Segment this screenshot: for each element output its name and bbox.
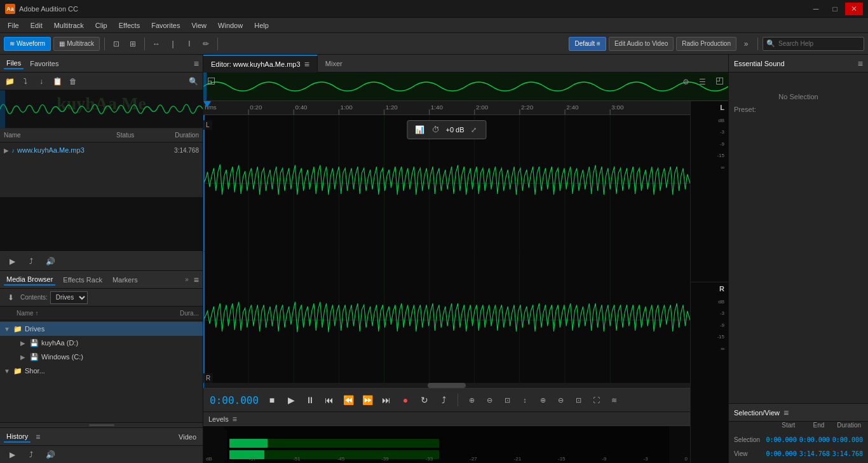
expand-panel-icon[interactable]: » <box>185 276 189 283</box>
editor-tab-menu[interactable]: ≡ <box>304 59 309 69</box>
minimize-button[interactable]: ─ <box>807 3 825 15</box>
zoom-fit-icon[interactable]: ⊡ <box>500 393 514 407</box>
tab-files[interactable]: Files <box>4 58 24 69</box>
media-menu-icon[interactable]: ≡ <box>194 275 199 285</box>
waveform-bars-icon[interactable]: 📊 <box>412 123 426 137</box>
history-play-icon[interactable]: ▶ <box>5 448 19 462</box>
history-controls: ▶ ⤴ 🔊 <box>0 445 203 463</box>
tab-mixer[interactable]: Mixer <box>318 55 350 73</box>
multitrack-button[interactable]: ▦ Multitrack <box>53 37 100 51</box>
import-icon[interactable]: ⤵ <box>18 74 32 88</box>
tool-cursor[interactable]: I <box>182 37 196 51</box>
sel-start-value[interactable]: 0:00.000 <box>766 436 796 443</box>
menu-window[interactable]: Window <box>213 20 248 31</box>
tree-shortcuts[interactable]: ▼ 📁 Shor... <box>0 364 203 378</box>
history-menu-icon[interactable]: ≡ <box>36 432 40 441</box>
metadata-icon[interactable]: 📋 <box>50 74 64 88</box>
close-button[interactable]: ✕ <box>845 3 863 15</box>
zoom-full-icon[interactable]: ⛶ <box>589 393 603 407</box>
h-scrollbar[interactable] <box>203 383 690 388</box>
tree-drives-root[interactable]: ▼ 📁 Drives <box>0 322 203 336</box>
sel-duration-value[interactable]: 0:00.000 <box>832 436 863 443</box>
more-workspaces-button[interactable]: » <box>739 37 753 51</box>
record-button[interactable]: ● <box>398 392 413 408</box>
levels-menu-icon[interactable]: ≡ <box>233 415 237 424</box>
loop-button[interactable]: ↻ <box>417 392 432 408</box>
tool-select[interactable]: | <box>166 37 180 51</box>
editor-tab-file[interactable]: Editor: www.kuyhAa.Me.mp3 ≡ <box>203 55 318 73</box>
menu-effects[interactable]: Effects <box>114 20 145 31</box>
tab-video[interactable]: Video <box>176 432 199 442</box>
waveform-expand-icon[interactable]: ⤢ <box>467 123 481 137</box>
waveform-button[interactable]: ≋ Waveform <box>4 37 51 51</box>
media-download-icon[interactable]: ⬇ <box>4 291 18 305</box>
resize-handle[interactable] <box>0 422 203 427</box>
zoom-out-time-icon[interactable]: ⊖ <box>482 393 496 407</box>
maximize-button[interactable]: □ <box>826 3 844 15</box>
rewind-start-button[interactable]: ⏮ <box>322 392 337 408</box>
menu-view[interactable]: View <box>186 20 212 31</box>
menu-edit[interactable]: Edit <box>25 20 48 31</box>
tool-pencil[interactable]: ✏ <box>199 37 213 51</box>
waveform-timer-icon[interactable]: ⏱ <box>429 123 443 137</box>
tool-2[interactable]: ⊞ <box>126 37 140 51</box>
menu-clip[interactable]: Clip <box>90 20 112 31</box>
menu-multitrack[interactable]: Multitrack <box>49 20 89 31</box>
tab-history[interactable]: History <box>4 431 31 443</box>
edit-audio-to-video-button[interactable]: Edit Audio to Video <box>609 37 674 51</box>
preview-play-icon[interactable]: ▶ <box>5 254 19 268</box>
fast-forward-button[interactable]: ⏩ <box>360 392 375 408</box>
menu-favorites[interactable]: Favorites <box>146 20 185 31</box>
tool-1[interactable]: ⊡ <box>109 37 123 51</box>
sel-end-value[interactable]: 0:00.000 <box>799 436 830 443</box>
zoom-fit-amp-icon[interactable]: ⊡ <box>571 393 585 407</box>
corner-handle-tl[interactable]: ◱ <box>205 74 217 86</box>
files-menu-icon[interactable]: ≡ <box>194 59 199 69</box>
history-export-icon[interactable]: ⤴ <box>24 448 38 462</box>
import-2-icon[interactable]: ↓ <box>34 74 48 88</box>
menu-help[interactable]: Help <box>249 20 274 31</box>
tab-media-browser[interactable]: Media Browser <box>4 274 55 286</box>
zoom-in-amp-icon[interactable]: ⊕ <box>536 393 550 407</box>
default-button[interactable]: Default ≡ <box>569 37 606 51</box>
pause-button[interactable]: ⏸ <box>302 392 318 408</box>
new-folder-icon[interactable]: 📁 <box>3 74 17 88</box>
corner-handle-tr[interactable]: ◰ <box>713 74 726 86</box>
default-label: Default <box>574 40 595 47</box>
file-item[interactable]: ▶ ♪ www.kuyhAa.Me.mp3 3:14.768 <box>0 142 203 158</box>
radio-production-button[interactable]: Radio Production <box>676 37 736 51</box>
play-button[interactable]: ▶ <box>283 392 299 408</box>
zoom-out-amp-icon[interactable]: ⊖ <box>553 393 567 407</box>
waveform-overview[interactable]: ◱ ◰ ⚙ ☰ <box>203 73 728 101</box>
zoom-in-time-icon[interactable]: ⊕ <box>465 393 478 407</box>
view-start-value[interactable]: 0:00.000 <box>766 450 796 457</box>
delete-icon[interactable]: 🗑 <box>66 74 80 88</box>
tree-drive-d[interactable]: ▶ 💾 kuyhAa (D:) <box>10 336 203 350</box>
zoom-out-2-icon[interactable]: ↕ <box>518 393 532 407</box>
view-end-value[interactable]: 3:14.768 <box>799 450 830 457</box>
search-input[interactable] <box>763 37 864 51</box>
selection-view-menu-icon[interactable]: ≡ <box>783 408 789 418</box>
tool-move[interactable]: ↔ <box>149 37 163 51</box>
preview-export-icon[interactable]: ⤴ <box>24 254 38 268</box>
zoom-settings-icon[interactable]: ≋ <box>607 393 621 407</box>
tab-favorites[interactable]: Favorites <box>27 59 61 69</box>
export-button[interactable]: ⤴ <box>436 392 451 408</box>
forward-end-button[interactable]: ⏭ <box>379 392 394 408</box>
tree-drive-c[interactable]: ▶ 💾 Windows (C:) <box>10 350 203 364</box>
menu-file[interactable]: File <box>3 20 24 31</box>
essential-sound-menu-icon[interactable]: ≡ <box>858 59 863 69</box>
h-scrollbar-thumb[interactable] <box>428 383 466 388</box>
rewind-button[interactable]: ⏪ <box>341 392 356 408</box>
search-files-icon[interactable]: 🔍 <box>186 74 200 88</box>
overview-settings-icon[interactable]: ⚙ <box>679 75 693 89</box>
history-volume-icon[interactable]: 🔊 <box>43 448 57 462</box>
preview-volume-icon[interactable]: 🔊 <box>43 254 57 268</box>
media-contents-select[interactable]: Drives <box>50 291 88 304</box>
tab-markers[interactable]: Markers <box>110 275 140 285</box>
stop-button[interactable]: ■ <box>264 392 280 408</box>
overview-list-icon[interactable]: ☰ <box>695 75 709 89</box>
tab-effects-rack[interactable]: Effects Rack <box>60 275 105 285</box>
view-duration-value[interactable]: 3:14.768 <box>832 450 863 457</box>
waveform-display[interactable]: L R 📊 ⏱ +0 dB ⤢ <box>203 115 690 388</box>
